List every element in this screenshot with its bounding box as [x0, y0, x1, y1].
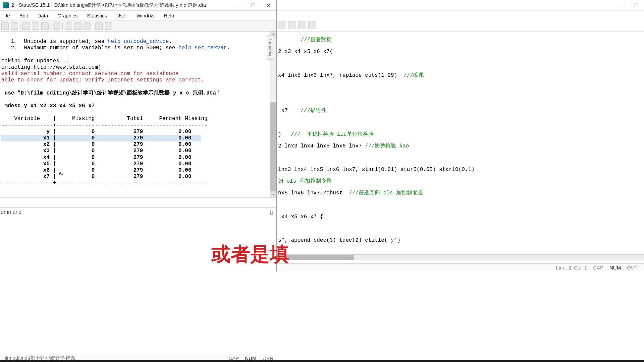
table-row: x7 | 0 279 0.00	[1, 174, 192, 180]
table-row: x4 | 0 279 0.00	[1, 155, 192, 161]
code-line	[278, 152, 643, 164]
num-indicator: NUM	[609, 265, 621, 270]
code-line: x4 x5 x6 x7 {	[278, 211, 643, 223]
command-echo: mdesc y x1 x2 x3 x4 x5 x6 x7	[1, 103, 95, 109]
code-line	[278, 93, 643, 105]
table-row: y | 0 279 0.00	[1, 129, 192, 135]
dofile-titlebar: — ☐	[277, 0, 644, 11]
code-line: nx5 lnx6 lnx7,robust ///基准回归 ols 加控制变量	[278, 187, 643, 199]
code-line	[278, 223, 643, 235]
table-separator: ----------------+-----------------------…	[1, 180, 208, 186]
menubar: le Edit Data Graphics Statistics User Wi…	[0, 11, 276, 21]
code-line	[278, 81, 643, 93]
ovr-indicator: OVF	[627, 265, 637, 270]
menu-file[interactable]: le	[1, 11, 15, 20]
code-line: x4 lnx5 lnx6 lnx7, replace cuts(1 99) //…	[278, 70, 643, 81]
close-button[interactable]: ✕	[261, 0, 276, 11]
viewer-icon[interactable]	[32, 22, 39, 30]
error-line: able to check for update; verify Interne…	[1, 77, 204, 83]
print-icon[interactable]	[11, 22, 18, 30]
menu-data[interactable]: Data	[33, 11, 53, 20]
help-link[interactable]: help set_maxvar	[178, 45, 227, 51]
code-line	[278, 58, 643, 69]
dofile-toolbar	[277, 11, 644, 32]
menu-window[interactable]: Window	[132, 11, 159, 20]
menu-help[interactable]: Help	[159, 11, 179, 20]
command-echo: use "D:\film editing\统计学习\统计学视频\面板教学示范数据…	[1, 90, 219, 96]
error-line: valid serial number; contact service.com…	[1, 71, 178, 77]
graph-icon[interactable]	[41, 22, 49, 30]
toolbar-separator	[93, 23, 93, 29]
break-icon[interactable]	[105, 22, 112, 30]
code-line	[278, 199, 643, 211]
taskbar[interactable]	[0, 360, 644, 362]
minimize-button[interactable]: —	[613, 0, 629, 11]
maximize-button[interactable]: ☐	[246, 0, 261, 11]
code-line: 归 ols 不加控制变量	[278, 176, 643, 187]
minimize-button[interactable]: —	[230, 0, 246, 11]
table-row: x6 | 0 279 0.00	[1, 167, 192, 173]
pin-icon[interactable]: ▯	[270, 209, 273, 216]
code-line: lnx3 lnx4 lnx5 lnx6 lnx7, star1(0.01) st…	[278, 164, 643, 176]
variables-manager-icon[interactable]	[84, 22, 91, 30]
code-line: 2 x3 x4 x5 x6 x7{	[278, 46, 643, 58]
stata-main-window: 2 - Stata/SE 15.1 - D:\film editing\统计学习…	[0, 0, 277, 272]
toolbar-separator	[51, 23, 51, 29]
run-icon[interactable]	[278, 21, 286, 29]
command-label-text: ommand	[1, 209, 21, 216]
data-browser-icon[interactable]	[74, 22, 82, 30]
data-editor-icon[interactable]	[65, 22, 72, 30]
table-row: x2 | 0 279 0.00	[1, 141, 192, 147]
dropdown-icon[interactable]	[308, 21, 316, 29]
pane-separator	[0, 197, 276, 207]
command-label: ommand ▯	[1, 209, 276, 216]
result-line: 2. Maximum number of variables is set to…	[1, 45, 230, 51]
menu-user[interactable]: User	[112, 11, 132, 20]
scroll-down-icon[interactable]: ▾	[270, 191, 276, 197]
execute-icon[interactable]	[298, 21, 306, 29]
table-header: Variable | Missing Total Percent Missing	[1, 116, 208, 122]
properties-tab[interactable]: Properties	[267, 35, 274, 60]
save-icon[interactable]	[1, 22, 9, 30]
code-line: x7 ///描述性	[278, 105, 643, 117]
dofile-statusbar: Line: 2, Col: 1 CAP NUM OVF	[277, 263, 644, 272]
more-icon[interactable]	[95, 22, 103, 30]
dofile-editor-window: — ☐ ///查看数据2 x3 x4 x5 x6 x7{ x4 lnx5 lnx…	[277, 0, 644, 272]
code-line: 2 lnx3 lnx4 lnx5 lnx6 lnx7 ///协整检验 kao	[278, 140, 643, 152]
toolbar-separator	[62, 23, 63, 29]
result-line: ecking for updates...	[1, 58, 69, 64]
dofile-editor[interactable]: ///查看数据2 x3 x4 x5 x6 x7{ x4 lnx5 lnx6 ln…	[277, 32, 644, 254]
results-pane[interactable]: 1. Unicode is supported; see help unicod…	[0, 32, 276, 197]
horizontal-scrollbar[interactable]	[277, 254, 644, 260]
table-separator: ----------------+-----------------------…	[1, 122, 208, 128]
stata-app-icon	[3, 2, 9, 8]
scroll-thumb[interactable]	[270, 102, 276, 192]
maximize-button[interactable]: ☐	[629, 0, 644, 11]
cap-indicator: CAP	[593, 265, 603, 270]
code-line: ) /// 平稳性检验 llc单位根检验	[278, 129, 643, 140]
cursor-position: Line: 2, Col: 1	[556, 265, 587, 270]
menu-edit[interactable]: Edit	[15, 11, 33, 20]
help-link[interactable]: help unicode_advice	[108, 39, 169, 45]
do-icon[interactable]	[288, 21, 296, 29]
menu-statistics[interactable]: Statistics	[82, 11, 112, 20]
titlebar: 2 - Stata/SE 15.1 - D:\film editing\统计学习…	[0, 0, 276, 11]
window-buttons: — ☐ ✕	[230, 0, 276, 11]
code-line: s", append bdec(3) tdec(2) ctitle(`y')	[278, 235, 643, 246]
table-row-selected: x1 | 0 279 0.00	[1, 135, 201, 141]
menu-graphics[interactable]: Graphics	[53, 11, 82, 20]
code-line: ///查看数据	[278, 34, 643, 46]
table-row: x3 | 0 279 0.00	[1, 148, 192, 154]
result-line: 1. Unicode is supported; see help unicod…	[1, 39, 172, 45]
toolbar	[0, 21, 276, 32]
subtitle-overlay: 或者是填	[211, 241, 289, 267]
table-row: x5 | 0 279 0.00	[1, 161, 192, 167]
code-line	[278, 117, 643, 128]
window-title: 2 - Stata/SE 15.1 - D:\film editing\统计学习…	[11, 2, 230, 8]
result-line: ontacting http://www.stata.com)	[1, 64, 101, 70]
toolbar-separator	[20, 23, 20, 29]
log-icon[interactable]	[22, 22, 30, 30]
dofile-icon[interactable]	[53, 22, 60, 30]
